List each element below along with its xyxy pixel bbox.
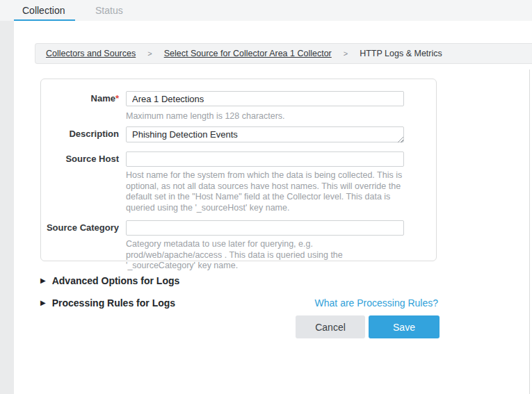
source-category-label: Source Category <box>41 220 119 236</box>
breadcrumb: Collectors and Sources > Select Source f… <box>35 43 532 64</box>
cancel-button[interactable]: Cancel <box>296 315 365 338</box>
source-host-label: Source Host <box>41 151 119 167</box>
source-config-form: Name* Maximum name length is 128 charact… <box>40 79 437 261</box>
processing-rules-toggle[interactable]: ▶ Processing Rules for Logs <box>40 297 175 309</box>
source-host-help-text: Host name for the system from which the … <box>126 170 405 213</box>
tab-collection[interactable]: Collection <box>22 0 65 21</box>
advanced-options-toggle[interactable]: ▶ Advanced Options for Logs <box>40 275 179 286</box>
source-host-input[interactable] <box>126 151 404 167</box>
breadcrumb-collectors-and-sources[interactable]: Collectors and Sources <box>46 49 136 58</box>
name-help-text: Maximum name length is 128 characters. <box>126 111 405 122</box>
content-right-border <box>529 69 530 394</box>
name-input[interactable] <box>126 91 404 106</box>
breadcrumb-separator: > <box>344 49 348 58</box>
breadcrumb-separator: > <box>147 49 152 58</box>
description-label: Description <box>41 126 119 142</box>
expander-triangle-icon: ▶ <box>40 275 46 286</box>
description-textarea[interactable]: Phishing Detection Events <box>126 126 404 142</box>
tab-strip: Collection Status <box>0 0 532 21</box>
breadcrumb-select-source[interactable]: Select Source for Collector Area 1 Colle… <box>164 49 332 58</box>
name-label-text: Name <box>91 93 115 104</box>
what-are-processing-rules-link[interactable]: What are Processing Rules? <box>315 297 438 309</box>
expander-triangle-icon: ▶ <box>40 297 46 309</box>
button-row: Cancel Save <box>296 315 440 338</box>
save-button[interactable]: Save <box>369 315 440 338</box>
source-category-help-text: Category metadata to use later for query… <box>126 239 405 272</box>
processing-rules-title: Processing Rules for Logs <box>52 297 175 309</box>
advanced-options-title: Advanced Options for Logs <box>52 275 180 286</box>
tab-status[interactable]: Status <box>95 0 123 21</box>
source-category-input[interactable] <box>126 220 404 236</box>
required-asterisk: * <box>115 93 119 104</box>
breadcrumb-current-page: HTTP Logs & Metrics <box>360 49 442 58</box>
name-label: Name* <box>41 91 119 106</box>
left-gutter <box>0 0 14 394</box>
